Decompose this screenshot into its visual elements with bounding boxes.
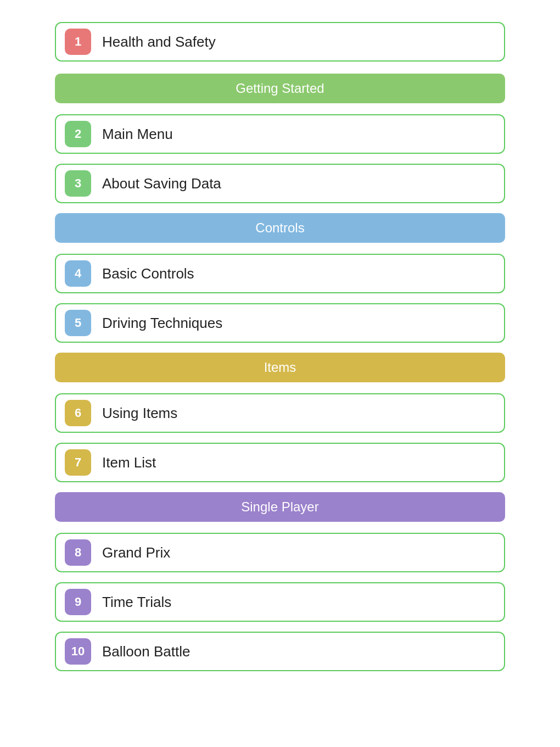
menu-item-label: Item List	[102, 454, 156, 471]
menu-item-label: About Saving Data	[102, 175, 221, 192]
menu-item-label: Grand Prix	[102, 544, 170, 561]
number-badge: 3	[65, 170, 91, 197]
menu-item-label: Health and Safety	[102, 34, 216, 51]
menu-item[interactable]: 7Item List	[55, 443, 505, 482]
menu-item[interactable]: 9Time Trials	[55, 582, 505, 622]
menu-item[interactable]: 10Balloon Battle	[55, 632, 505, 671]
number-badge: 4	[65, 260, 91, 287]
menu-item[interactable]: 3About Saving Data	[55, 164, 505, 203]
menu-item-label: Using Items	[102, 405, 177, 422]
menu-item[interactable]: 2Main Menu	[55, 114, 505, 154]
number-badge: 5	[65, 310, 91, 336]
menu-item[interactable]: 1Health and Safety	[55, 22, 505, 62]
menu-item-label: Balloon Battle	[102, 643, 190, 660]
section-header: Single Player	[55, 492, 505, 522]
section-header: Getting Started	[55, 74, 505, 103]
number-badge: 10	[65, 638, 91, 665]
section-header: Controls	[55, 213, 505, 243]
menu-item[interactable]: 5Driving Techniques	[55, 303, 505, 343]
number-badge: 8	[65, 539, 91, 566]
number-badge: 9	[65, 589, 91, 615]
menu-item-label: Main Menu	[102, 126, 173, 143]
menu-item-label: Time Trials	[102, 594, 171, 611]
menu-item[interactable]: 8Grand Prix	[55, 533, 505, 572]
menu-item-label: Basic Controls	[102, 265, 194, 282]
number-badge: 7	[65, 449, 91, 476]
menu-item[interactable]: 4Basic Controls	[55, 254, 505, 293]
number-badge: 2	[65, 121, 91, 147]
menu-item-label: Driving Techniques	[102, 315, 222, 332]
menu-container: 1Health and SafetyGetting Started2Main M…	[55, 22, 505, 671]
menu-item[interactable]: 6Using Items	[55, 393, 505, 433]
section-header: Items	[55, 353, 505, 382]
number-badge: 1	[65, 29, 91, 55]
number-badge: 6	[65, 400, 91, 426]
